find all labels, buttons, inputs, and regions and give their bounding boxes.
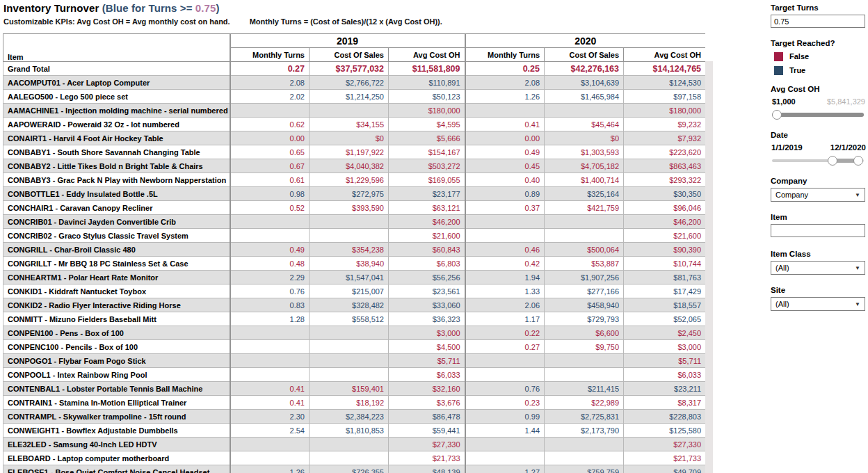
item-cell[interactable]: CONKID1 - Kiddraft Nantucket Toybox (3, 284, 230, 298)
monthly-turns-2019-cell[interactable]: 2.54 (230, 424, 310, 438)
avg-cost-oh-2020-cell[interactable]: $49,709 (624, 465, 705, 473)
item-cell[interactable]: CONAIRT1 - Harvil 4 Foot Air Hockey Tabl… (3, 131, 230, 145)
table-row[interactable]: CONCRIB01 - Davinci Jayden Convertible C… (3, 215, 706, 229)
monthly-turns-2020-cell[interactable] (465, 215, 545, 229)
item-cell[interactable]: CONGRILLT - Mr BBQ 18 PC Stainless Set &… (3, 257, 230, 271)
avg-cost-oh-2020-cell[interactable]: $7,932 (624, 131, 705, 145)
table-row[interactable]: ELE32LED - Samsung 40-Inch LED HDTV $27,… (3, 438, 706, 451)
item-filter-input[interactable] (771, 224, 865, 237)
cost-of-sales-2019-cell[interactable]: $38,940 (310, 257, 389, 271)
cost-of-sales-2020-cell[interactable] (545, 368, 624, 382)
monthly-turns-2019-cell[interactable] (230, 229, 310, 243)
table-row[interactable]: AAPOWERAID - Poweraid 32 Oz - lot number… (3, 118, 706, 131)
monthly-turns-2019-cell[interactable]: 0.83 (230, 298, 310, 312)
cost-of-sales-2020-cell[interactable] (545, 104, 624, 118)
cost-of-sales-2020-cell[interactable]: $45,464 (545, 118, 624, 131)
monthly-turns-2019-cell[interactable]: 0.48 (230, 257, 310, 271)
avg-cost-oh-2020-cell[interactable]: $223,620 (624, 145, 705, 159)
grand-total-avg-2019[interactable]: $11,581,809 (389, 62, 465, 76)
cost-of-sales-2020-cell[interactable] (545, 229, 624, 243)
monthly-turns-2020-cell[interactable]: 1.33 (465, 284, 545, 298)
avg-cost-oh-2020-cell[interactable]: $124,530 (624, 76, 705, 90)
avg-cost-oh-2019-cell[interactable]: $503,272 (389, 159, 465, 173)
item-cell[interactable]: CONKID2 - Radio Flyer Interactive Riding… (3, 298, 230, 312)
monthly-turns-2020-cell[interactable]: 0.23 (465, 396, 545, 410)
monthly-turns-2020-cell[interactable]: 0.99 (465, 410, 545, 424)
date-slider-end-handle[interactable] (853, 156, 863, 166)
cost-of-sales-2019-cell[interactable] (310, 215, 389, 229)
item-cell[interactable]: ELEBOARD - Laptop computer motherboard (3, 451, 230, 465)
cost-of-sales-2020-cell[interactable]: $277,166 (545, 284, 624, 298)
monthly-turns-2019-cell[interactable]: 0.41 (230, 382, 310, 396)
cost-of-sales-2020-cell[interactable] (545, 451, 624, 465)
avg-cost-oh-2020-cell[interactable]: $18,557 (624, 298, 705, 312)
cost-of-sales-2019-cell[interactable]: $1,197,922 (310, 145, 389, 159)
table-row[interactable]: CONTRAMPL - Skywalker trampoline - 15ft … (3, 410, 706, 424)
column-header-year-2019[interactable]: 2019 (230, 34, 465, 48)
item-cell[interactable]: CONBABY1 - South Shore Savannah Changing… (3, 145, 230, 159)
cost-of-sales-2020-cell[interactable]: $3,104,639 (545, 76, 624, 90)
item-cell[interactable]: CONMITT - Mizuno Fielders Baseball Mitt (3, 312, 230, 326)
avg-cost-oh-2020-cell[interactable]: $21,733 (624, 451, 705, 465)
table-row[interactable]: AALEGO500 - Lego 500 piece set 2.02 $1,2… (3, 90, 706, 104)
table-row[interactable]: CONPEN100 - Pens - Box of 100 $3,000 0.2… (3, 326, 706, 340)
table-row[interactable]: CONGRILLT - Mr BBQ 18 PC Stainless Set &… (3, 257, 706, 271)
cost-of-sales-2020-cell[interactable]: $325,164 (545, 187, 624, 201)
avg-cost-oh-2019-cell[interactable]: $23,561 (389, 284, 465, 298)
avg-cost-oh-2019-cell[interactable]: $32,160 (389, 382, 465, 396)
cost-of-sales-2020-cell[interactable]: $759,759 (545, 465, 624, 473)
cost-of-sales-2019-cell[interactable] (310, 368, 389, 382)
item-cell[interactable]: AACOMPUT01 - Acer Laptop Computer (3, 76, 230, 90)
monthly-turns-2020-cell[interactable]: 0.45 (465, 159, 545, 173)
item-cell[interactable]: CONGRILL - Char-Broil Classic 480 (3, 243, 230, 257)
cost-of-sales-2020-cell[interactable]: $22,989 (545, 396, 624, 410)
item-cell[interactable]: CONCRIB02 - Graco Stylus Classic Travel … (3, 229, 230, 243)
cost-of-sales-2019-cell[interactable]: $34,155 (310, 118, 389, 131)
avg-cost-oh-2019-cell[interactable]: $56,256 (389, 271, 465, 284)
avg-cost-oh-2019-cell[interactable]: $6,033 (389, 368, 465, 382)
item-cell[interactable]: CONCRIB01 - Davinci Jayden Convertible C… (3, 215, 230, 229)
table-row[interactable]: AAMACHINE1 - Injection molding machine -… (3, 104, 706, 118)
cost-of-sales-2019-cell[interactable]: $4,040,382 (310, 159, 389, 173)
monthly-turns-2020-cell[interactable] (465, 354, 545, 368)
cost-of-sales-2020-cell[interactable]: $6,600 (545, 326, 624, 340)
column-header-avg-cost-oh-2020[interactable]: Avg Cost OH (624, 48, 705, 62)
grand-total-label[interactable]: Grand Total (3, 62, 230, 76)
monthly-turns-2020-cell[interactable]: 1.27 (465, 465, 545, 473)
table-row[interactable]: AACOMPUT01 - Acer Laptop Computer 2.08 $… (3, 76, 706, 90)
cost-of-sales-2020-cell[interactable]: $9,750 (545, 340, 624, 354)
table-row[interactable]: CONCRIB02 - Graco Stylus Classic Travel … (3, 229, 706, 243)
date-slider[interactable] (772, 156, 864, 166)
grand-total-cost-2019[interactable]: $37,577,032 (310, 62, 389, 76)
avg-cost-oh-2020-cell[interactable]: $9,232 (624, 118, 705, 131)
avg-cost-oh-2020-cell[interactable]: $3,000 (624, 340, 705, 354)
cost-of-sales-2019-cell[interactable]: $393,590 (310, 201, 389, 215)
cost-of-sales-2019-cell[interactable]: $215,007 (310, 284, 389, 298)
monthly-turns-2020-cell[interactable]: 0.00 (465, 131, 545, 145)
grand-total-cost-2020[interactable]: $42,276,163 (545, 62, 624, 76)
table-row[interactable]: CONGRILL - Char-Broil Classic 480 0.49 $… (3, 243, 706, 257)
monthly-turns-2019-cell[interactable] (230, 438, 310, 451)
monthly-turns-2020-cell[interactable]: 1.26 (465, 90, 545, 104)
item-cell[interactable]: CONPEN100 - Pens - Box of 100 (3, 326, 230, 340)
cost-of-sales-2019-cell[interactable]: $1,547,041 (310, 271, 389, 284)
avg-cost-oh-2019-cell[interactable]: $5,666 (389, 131, 465, 145)
cost-of-sales-2019-cell[interactable]: $1,214,250 (310, 90, 389, 104)
avg-cost-oh-2019-cell[interactable]: $6,803 (389, 257, 465, 271)
item-cell[interactable]: AAPOWERAID - Poweraid 32 Oz - lot number… (3, 118, 230, 131)
item-cell[interactable]: CONPENC100 - Pencils - Box of 100 (3, 340, 230, 354)
item-cell[interactable]: AALEGO500 - Lego 500 piece set (3, 90, 230, 104)
avg-cost-oh-2019-cell[interactable]: $59,441 (389, 424, 465, 438)
company-dropdown[interactable]: Company ▼ (771, 188, 865, 202)
cost-of-sales-2020-cell[interactable]: $500,064 (545, 243, 624, 257)
avg-cost-oh-2019-cell[interactable]: $48,139 (389, 465, 465, 473)
avg-cost-oh-2019-cell[interactable]: $154,167 (389, 145, 465, 159)
avg-cost-oh-2020-cell[interactable]: $81,763 (624, 271, 705, 284)
site-dropdown[interactable]: (All) ▼ (771, 297, 865, 311)
legend-item-true[interactable]: True (771, 65, 867, 75)
avg-cost-oh-2020-cell[interactable]: $228,803 (624, 410, 705, 424)
cost-of-sales-2020-cell[interactable]: $1,400,714 (545, 173, 624, 187)
column-header-monthly-turns-2020[interactable]: Monthly Turns (465, 48, 545, 62)
avg-cost-oh-slider[interactable] (772, 110, 864, 120)
cost-of-sales-2019-cell[interactable] (310, 438, 389, 451)
